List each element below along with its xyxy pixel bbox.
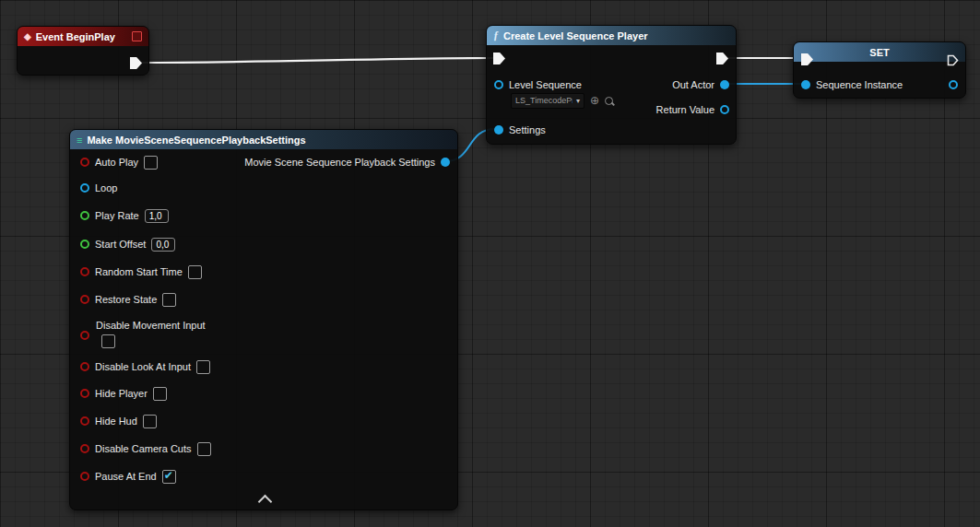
pin-label: Play Rate <box>95 210 139 221</box>
pin-row-loop: Loop <box>80 182 117 194</box>
auto-play-pin[interactable] <box>80 158 89 167</box>
sequence-instance-out-pin[interactable] <box>949 80 958 89</box>
pause-at-end-checkbox[interactable]: ✔ <box>162 470 176 484</box>
pin-label: Pause At End <box>95 471 157 482</box>
pin-row-random-start-time: Random Start Time <box>80 265 202 278</box>
pin-row-hide-hud: Hide Hud <box>80 415 157 427</box>
disable-look-at-input-checkbox[interactable] <box>196 360 210 374</box>
pin-label: Movie Scene Sequence Playback Settings <box>244 157 435 168</box>
event-icon: ◈ <box>24 31 31 41</box>
pin-row-restore-state: Restore State <box>80 293 176 306</box>
start-offset-pin[interactable] <box>80 240 89 249</box>
use-selected-asset-icon[interactable]: ⊕ <box>590 95 599 106</box>
random-start-time-checkbox[interactable] <box>188 265 202 279</box>
disable-look-at-input-pin[interactable] <box>80 362 89 371</box>
pin-label: Random Start Time <box>95 266 183 277</box>
pin-row-out-actor: Out Actor <box>672 78 729 91</box>
disable-movement-input-checkbox[interactable] <box>101 334 115 348</box>
check-icon: ✔ <box>164 469 173 482</box>
hide-hud-pin[interactable] <box>80 416 89 426</box>
pin-label: Disable Movement Input <box>96 320 206 331</box>
pin-row-play-rate: Play Rate 1,0 <box>80 209 169 222</box>
loop-pin[interactable] <box>80 183 89 193</box>
pin-label: Disable Camera Cuts <box>95 443 192 454</box>
function-icon: ƒ <box>493 29 499 42</box>
pin-label: Loop <box>95 182 117 193</box>
pin-label: Disable Look At Input <box>95 361 191 372</box>
pin-row-pause-at-end: Pause At End ✔ <box>80 470 176 483</box>
pin-row-disable-look-at-input: Disable Look At Input <box>80 360 210 373</box>
node-header: ◈ Event BeginPlay <box>18 27 148 46</box>
exec-in-pin[interactable] <box>493 53 505 64</box>
node-create-level-sequence-player[interactable]: ƒ Create Level Sequence Player Level Seq… <box>486 25 737 145</box>
chevron-down-icon: ▾ <box>576 97 580 105</box>
pin-label: Sequence Instance <box>816 79 903 90</box>
play-rate-pin[interactable] <box>80 211 89 220</box>
settings-pin[interactable] <box>494 125 503 135</box>
pin-label: Settings <box>509 124 546 135</box>
level-sequence-value-row: LS_TimecodePr ▾ ⊕ <box>511 93 613 108</box>
event-badge-icon <box>132 31 142 41</box>
pin-label: Auto Play <box>95 157 138 168</box>
pin-row-return-value: Return Value <box>656 103 729 116</box>
pin-row-level-sequence: Level Sequence <box>494 78 582 91</box>
pin-row-start-offset: Start Offset 0,0 <box>80 238 175 251</box>
return-value-pin[interactable] <box>720 105 729 114</box>
dropdown-value: LS_TimecodePr <box>515 96 573 105</box>
node-header: ≡ Make MovieSceneSequencePlaybackSetting… <box>70 130 457 149</box>
auto-play-checkbox[interactable] <box>144 156 158 170</box>
pin-row-hide-player: Hide Player <box>80 387 167 400</box>
node-title: SET <box>869 47 889 58</box>
browse-asset-icon[interactable] <box>605 97 613 105</box>
restore-state-checkbox[interactable] <box>162 293 176 307</box>
node-title: Make MovieSceneSequencePlaybackSettings <box>87 135 305 146</box>
exec-out-pin[interactable] <box>130 57 142 69</box>
disable-movement-input-pin[interactable] <box>80 331 89 340</box>
node-event-beginplay[interactable]: ◈ Event BeginPlay <box>17 26 149 76</box>
collapse-node-button[interactable] <box>258 495 273 509</box>
start-offset-field[interactable]: 0,0 <box>151 238 175 252</box>
out-actor-pin[interactable] <box>720 80 729 89</box>
pin-row-settings: Settings <box>494 123 546 136</box>
node-make-playback-settings[interactable]: ≡ Make MovieSceneSequencePlaybackSetting… <box>69 129 458 510</box>
sequence-instance-in-pin[interactable] <box>801 80 810 89</box>
node-title: Create Level Sequence Player <box>503 30 648 41</box>
node-set-variable[interactable]: SET Sequence Instance <box>793 41 966 99</box>
hide-player-pin[interactable] <box>80 389 89 398</box>
blueprint-graph-canvas[interactable]: ◈ Event BeginPlay ƒ Create Level Sequenc… <box>0 0 980 527</box>
pin-label: Return Value <box>656 104 714 115</box>
pin-label: Out Actor <box>672 79 714 90</box>
level-sequence-pin[interactable] <box>494 80 503 89</box>
pin-label: Start Offset <box>95 239 146 250</box>
pause-at-end-pin[interactable] <box>80 472 89 481</box>
node-header: SET <box>794 42 965 62</box>
exec-out-pin[interactable] <box>716 53 728 64</box>
exec-out-pin[interactable] <box>947 53 959 65</box>
pin-row-sequence-instance: Sequence Instance <box>801 78 903 91</box>
node-header: ƒ Create Level Sequence Player <box>487 26 736 45</box>
pin-row-disable-movement-input: Disable Movement Input <box>80 319 283 350</box>
play-rate-field[interactable]: 1,0 <box>145 209 169 223</box>
random-start-time-pin[interactable] <box>80 267 89 276</box>
pin-row-auto-play: Auto Play <box>80 156 158 169</box>
playback-settings-out-pin[interactable] <box>441 158 450 167</box>
pin-label: Hide Hud <box>95 416 137 427</box>
node-title: Event BeginPlay <box>36 31 115 42</box>
hide-player-checkbox[interactable] <box>153 387 167 401</box>
pin-label: Level Sequence <box>509 79 582 90</box>
pin-row-disable-camera-cuts: Disable Camera Cuts <box>80 442 211 455</box>
disable-camera-cuts-pin[interactable] <box>80 444 89 453</box>
pin-label: Hide Player <box>95 388 148 399</box>
pin-row-output-settings: Movie Scene Sequence Playback Settings <box>244 156 450 169</box>
hide-hud-checkbox[interactable] <box>143 415 157 428</box>
pin-label: Restore State <box>95 294 157 305</box>
wire-exec-beginplay-to-create <box>140 58 493 63</box>
disable-camera-cuts-checkbox[interactable] <box>197 442 211 456</box>
make-struct-icon: ≡ <box>77 135 82 146</box>
restore-state-pin[interactable] <box>80 295 89 304</box>
level-sequence-dropdown[interactable]: LS_TimecodePr ▾ <box>511 93 584 109</box>
